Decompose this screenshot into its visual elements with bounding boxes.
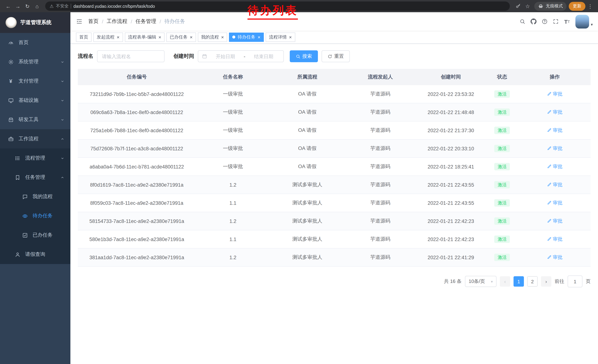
goto-input[interactable] <box>568 278 582 284</box>
approve-link[interactable]: 审批 <box>547 236 562 243</box>
hamburger-icon[interactable] <box>70 18 88 25</box>
process-name-input[interactable] <box>101 53 160 59</box>
help-icon[interactable] <box>539 16 550 27</box>
tag-initiate-process[interactable]: 发起流程× <box>93 32 123 42</box>
home-icon[interactable]: ⌂ <box>33 2 42 11</box>
cell-id: 8f0d1619-7ac8-11ec-a9e2-a2380e71991a <box>78 176 196 194</box>
forward-icon[interactable]: → <box>13 2 22 11</box>
approve-link[interactable]: 审批 <box>547 163 562 170</box>
cell-name: 1.2 <box>196 176 270 194</box>
tag-todo-tasks[interactable]: 待办任务× <box>229 32 264 42</box>
page-button-1[interactable]: 1 <box>514 276 524 287</box>
sidebar-item-workflow[interactable]: 工作流程 <box>0 129 70 148</box>
sidebar-item-label: 支付管理 <box>18 78 39 84</box>
table-body: 73211d9d-7b9b-11ec-b5b7-acde48001122一级审批… <box>78 85 590 267</box>
search-icon <box>296 54 300 59</box>
status-badge: 激活 <box>494 163 510 170</box>
approve-link[interactable]: 审批 <box>547 145 562 152</box>
page-button-2[interactable]: 2 <box>527 276 538 287</box>
font-size-icon[interactable]: TT <box>562 16 573 27</box>
app-frame: 芋道管理系统 首页系统管理¥支付管理基础设施研发工具工作流程流程管理任务管理我的… <box>0 12 598 364</box>
sidebar-item-label: 待办任务 <box>33 212 53 219</box>
search-button[interactable]: 搜索 <box>290 50 318 62</box>
breadcrumb-item[interactable]: 任务管理 <box>136 18 156 25</box>
close-icon[interactable]: × <box>258 35 260 40</box>
close-icon[interactable]: × <box>221 35 224 40</box>
approve-link[interactable]: 审批 <box>547 109 562 115</box>
start-date-input[interactable] <box>209 53 241 59</box>
sidebar-item-label: 请假查询 <box>25 251 45 258</box>
sidebar-item-payment[interactable]: ¥支付管理 <box>0 72 70 91</box>
divider <box>71 4 71 8</box>
approve-link[interactable]: 审批 <box>547 254 562 261</box>
next-page-button[interactable]: › <box>541 276 551 287</box>
sidebar-item-infrastructure[interactable]: 基础设施 <box>0 91 70 110</box>
end-date-input[interactable] <box>248 53 280 59</box>
approve-link[interactable]: 审批 <box>547 181 562 188</box>
sidebar-item-my-process[interactable]: 我的流程 <box>0 187 70 206</box>
date-range-picker[interactable]: - <box>198 50 284 62</box>
key-icon[interactable] <box>514 2 523 11</box>
cell-starter: 芋道源码 <box>344 121 416 139</box>
sidebar-item-leave-query[interactable]: 请假查询 <box>0 245 70 264</box>
reload-icon[interactable]: ↻ <box>23 2 32 11</box>
page-size-select[interactable]: 10条/页 ▾ <box>465 276 497 287</box>
cell-id: 725a1eb6-7b88-11ec-8ef0-acde48001122 <box>78 121 196 139</box>
cell-action: 审批 <box>519 176 590 194</box>
cell-status: 激活 <box>485 230 519 248</box>
cell-time: 2022-01-21 22:43:55 <box>416 194 486 212</box>
cell-id: 580e1b3d-7ac8-11ec-a9e2-a2380e71991a <box>78 230 196 248</box>
cell-time: 2022-01-21 22:41:29 <box>416 248 486 267</box>
fullscreen-icon[interactable] <box>550 16 562 27</box>
tag-process-detail[interactable]: 流程详情× <box>266 32 295 42</box>
cell-action: 审批 <box>519 121 590 139</box>
cell-id: 381aa1dd-7ac8-11ec-a9e2-a2380e71991a <box>78 248 196 267</box>
app-logo[interactable]: 芋道管理系统 <box>0 12 70 33</box>
breadcrumb-item[interactable]: 工作流程 <box>107 18 127 25</box>
github-icon[interactable] <box>528 16 539 27</box>
tag-my-process[interactable]: 我的流程× <box>198 32 227 42</box>
tag-process-form-edit[interactable]: 流程表单-编辑× <box>125 32 165 42</box>
cell-action: 审批 <box>519 85 590 103</box>
sidebar-item-todo-tasks[interactable]: 待办任务 <box>0 206 70 226</box>
approve-link[interactable]: 审批 <box>547 218 562 224</box>
column-header: 任务编号 <box>78 69 196 85</box>
sidebar-item-devtools[interactable]: 研发工具 <box>0 110 70 129</box>
cell-id: 8f059c03-7ac8-11ec-a9e2-a2380e71991a <box>78 194 196 212</box>
close-icon[interactable]: × <box>289 35 292 40</box>
status-badge: 激活 <box>494 217 510 225</box>
cell-action: 审批 <box>519 139 590 158</box>
breadcrumb-item[interactable]: 首页 <box>88 18 99 25</box>
kebab-menu-icon[interactable]: ⋮ <box>586 3 594 9</box>
prev-page-button[interactable]: ‹ <box>500 276 510 287</box>
table-row: 069c6a63-7b8a-11ec-8ef0-acde48001122一级审批… <box>78 103 590 121</box>
approve-link[interactable]: 审批 <box>547 127 562 134</box>
back-icon[interactable]: ← <box>4 2 13 11</box>
status-badge: 激活 <box>494 108 510 116</box>
cell-action: 审批 <box>519 212 590 230</box>
search-icon[interactable] <box>517 16 528 27</box>
tag-home[interactable]: 首页 <box>76 32 91 42</box>
update-button[interactable]: 更新 <box>569 2 585 11</box>
close-icon[interactable]: × <box>190 35 192 40</box>
tag-label: 流程详情 <box>269 34 287 40</box>
status-badge: 激活 <box>494 181 510 189</box>
close-icon[interactable]: × <box>117 35 119 40</box>
sidebar-item-task-management[interactable]: 任务管理 <box>0 168 70 187</box>
sidebar-item-system[interactable]: 系统管理 <box>0 52 70 72</box>
close-icon[interactable]: × <box>158 35 161 40</box>
column-header: 流程发起人 <box>344 69 416 85</box>
table-row: 381aa1dd-7ac8-11ec-a9e2-a2380e71991a1.2测… <box>78 248 590 267</box>
tag-done-tasks[interactable]: 已办任务× <box>166 32 196 42</box>
user-avatar[interactable] <box>576 15 589 28</box>
cell-name: 一级审批 <box>196 103 270 121</box>
sidebar-item-process-management[interactable]: 流程管理 <box>0 148 70 168</box>
bookmark-star-icon[interactable]: ☆ <box>523 2 532 11</box>
approve-link[interactable]: 审批 <box>547 91 562 97</box>
sidebar-item-done-tasks[interactable]: 已办任务 <box>0 226 70 245</box>
sidebar-item-home[interactable]: 首页 <box>0 33 70 52</box>
reset-button[interactable]: 重置 <box>322 50 350 62</box>
chevron-up-icon <box>60 137 65 141</box>
caret-down-icon[interactable]: ▾ <box>591 22 593 27</box>
approve-link[interactable]: 审批 <box>547 200 562 206</box>
